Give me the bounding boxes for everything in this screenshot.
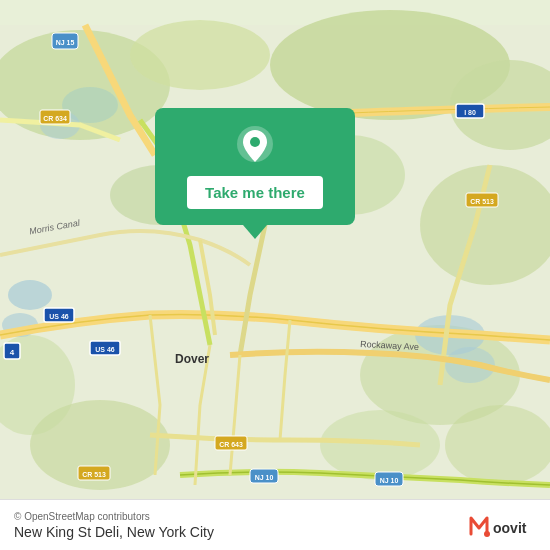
- copyright-text: © OpenStreetMap contributors: [14, 511, 214, 522]
- svg-point-7: [445, 405, 550, 485]
- bottom-bar: © OpenStreetMap contributors New King St…: [0, 499, 550, 550]
- moovit-logo: oovit: [466, 510, 536, 540]
- svg-text:NJ 10: NJ 10: [380, 477, 399, 484]
- bottom-left: © OpenStreetMap contributors New King St…: [14, 511, 214, 540]
- svg-text:CR 513: CR 513: [470, 198, 494, 205]
- svg-text:CR 513: CR 513: [82, 471, 106, 478]
- svg-point-50: [484, 531, 490, 537]
- svg-text:4: 4: [10, 348, 15, 357]
- svg-text:CR 643: CR 643: [219, 441, 243, 448]
- location-pin-icon: [233, 124, 277, 168]
- moovit-logo-image: oovit: [466, 510, 536, 540]
- svg-text:oovit: oovit: [493, 520, 527, 536]
- map-container: NJ 15 CR 634 I 80 CR 513 US 46 US 46 4 C…: [0, 0, 550, 550]
- popup-box: Take me there: [155, 108, 355, 225]
- take-me-there-button[interactable]: Take me there: [187, 176, 323, 209]
- svg-point-49: [250, 137, 260, 147]
- svg-point-8: [320, 410, 440, 480]
- popup-arrow: [243, 225, 267, 239]
- svg-point-2: [130, 20, 270, 90]
- svg-text:NJ 15: NJ 15: [56, 39, 75, 46]
- svg-text:US 46: US 46: [49, 313, 69, 320]
- svg-text:Dover: Dover: [175, 352, 209, 366]
- svg-text:NJ 10: NJ 10: [255, 474, 274, 481]
- svg-text:US 46: US 46: [95, 346, 115, 353]
- popup-container: Take me there: [155, 108, 355, 239]
- map-background: NJ 15 CR 634 I 80 CR 513 US 46 US 46 4 C…: [0, 0, 550, 550]
- svg-text:I 80: I 80: [464, 109, 476, 116]
- svg-point-13: [8, 280, 52, 310]
- location-name: New King St Deli, New York City: [14, 524, 214, 540]
- svg-text:CR 634: CR 634: [43, 115, 67, 122]
